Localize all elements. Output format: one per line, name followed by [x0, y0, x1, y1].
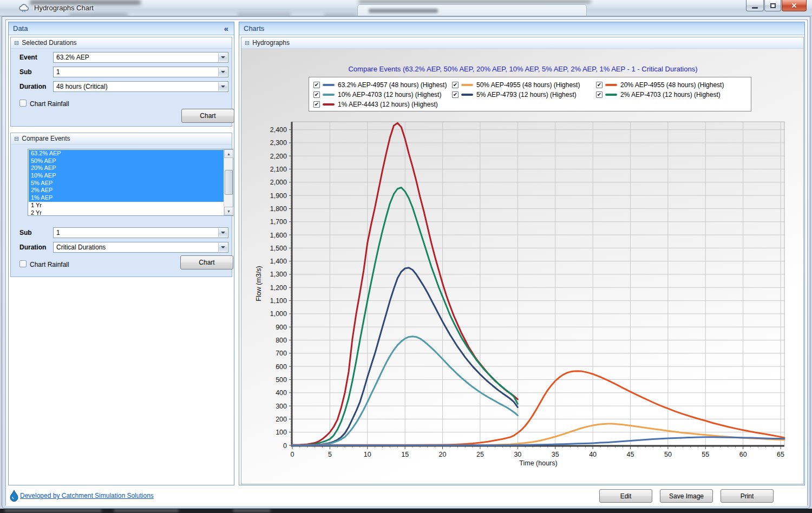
svg-text:15: 15 [401, 451, 409, 458]
event-combobox[interactable]: 63.2% AEP [53, 52, 228, 63]
svg-text:35: 35 [552, 451, 559, 458]
charts-panel: Charts ⊟Hydrographs 01002003004005006007… [239, 22, 805, 485]
credit-link[interactable]: Developed by Catchment Simulation Soluti… [20, 492, 154, 499]
legend-checkbox[interactable]: ✔ [313, 91, 320, 98]
close-icon: ✕ [791, 2, 797, 10]
event-list-item[interactable]: 1 Yr [29, 202, 224, 209]
save-image-button[interactable]: Save Image [660, 489, 713, 503]
svg-text:1,300: 1,300 [270, 271, 287, 278]
svg-text:2,200: 2,200 [270, 153, 287, 160]
scroll-down-icon: ▼ [227, 209, 231, 213]
legend-color-swatch [461, 94, 473, 96]
legend-item[interactable]: ✔2% AEP-4703 (12 hours) (Highest) [596, 90, 746, 99]
chevron-down-icon[interactable] [218, 82, 227, 91]
compare-duration-combobox[interactable]: Critical Durations [53, 242, 228, 253]
event-list-item[interactable]: 50% AEP [29, 157, 224, 165]
svg-text:65: 65 [777, 451, 784, 458]
chevron-down-icon[interactable] [218, 243, 227, 252]
legend-color-swatch [605, 94, 617, 96]
scroll-down-button[interactable]: ▼ [224, 207, 233, 215]
chart-rainfall-checkbox[interactable] [19, 100, 27, 107]
compare-duration-label: Duration [19, 244, 46, 251]
svg-text:Flow (m3/s): Flow (m3/s) [255, 266, 263, 301]
svg-text:1,200: 1,200 [270, 284, 287, 292]
footer-buttons: Edit Save Image Print [599, 489, 774, 503]
listbox-scrollbar[interactable]: ▲ ▼ [224, 149, 233, 215]
compare-sub-combobox[interactable]: 1 [53, 227, 228, 238]
charts-panel-body: ⊟Hydrographs 010020030040050060070080090… [239, 35, 804, 485]
legend-label: 2% AEP-4703 (12 hours) (Highest) [620, 91, 721, 98]
legend-checkbox[interactable]: ✔ [452, 91, 459, 98]
legend-checkbox[interactable]: ✔ [452, 82, 459, 88]
svg-text:60: 60 [739, 451, 747, 458]
legend-item[interactable]: ✔10% AEP-4703 (12 hours) (Highest) [313, 90, 452, 99]
collapse-group-icon: ⊟ [14, 40, 19, 46]
print-button[interactable]: Print [721, 489, 774, 503]
compare-chart-rainfall-checkbox[interactable] [19, 260, 27, 267]
sub-combobox[interactable]: 1 [53, 67, 228, 77]
minimize-button[interactable] [746, 0, 764, 11]
chevron-down-icon[interactable] [218, 53, 227, 62]
save-image-button-label: Save Image [669, 492, 704, 500]
event-list-item[interactable]: 10% AEP [29, 172, 224, 180]
compare-chart-button-label: Chart [199, 259, 214, 266]
hydrographs-header[interactable]: ⊟Hydrographs [241, 37, 803, 49]
legend-color-swatch [323, 103, 335, 106]
close-button[interactable]: ✕ [782, 0, 807, 11]
collapse-group-icon: ⊟ [14, 135, 19, 142]
charts-panel-header: Charts [239, 22, 804, 35]
compare-chart-button[interactable]: Chart [180, 255, 233, 269]
print-button-label: Print [741, 492, 754, 500]
svg-text:2,000: 2,000 [270, 179, 287, 186]
event-list-item[interactable]: 63.2% AEP [29, 150, 224, 157]
window-titlebar: Hydrographs Chart ✕ [0, 0, 812, 16]
legend-item[interactable]: ✔20% AEP-4955 (48 hours) (Highest) [596, 80, 746, 89]
chevron-down-icon[interactable] [218, 228, 227, 237]
duration-combobox[interactable]: 48 hours (Critical) [53, 81, 228, 92]
event-list-item[interactable]: 2 Yr [29, 209, 224, 215]
event-list-item[interactable]: 1% AEP [29, 194, 224, 202]
edit-button-label: Edit [620, 492, 632, 500]
legend-item[interactable]: ✔50% AEP-4955 (48 hours) (Highest) [452, 80, 596, 89]
data-panel: Data « ⊟Selected Durations Event 63.2% A… [8, 22, 234, 485]
chart-button-label: Chart [200, 112, 215, 120]
event-list-item[interactable]: 20% AEP [29, 165, 224, 172]
legend-checkbox[interactable]: ✔ [596, 82, 603, 88]
restore-button[interactable] [764, 0, 781, 11]
legend-label: 10% AEP-4703 (12 hours) (Highest) [338, 91, 441, 98]
background-window [357, 4, 587, 16]
selected-durations-header[interactable]: ⊟Selected Durations [11, 37, 232, 49]
compare-sub-value: 1 [56, 229, 60, 236]
event-list-item[interactable]: 2% AEP [29, 187, 224, 194]
legend-item[interactable]: ✔63.2% AEP-4957 (48 hours) (Highest) [313, 80, 452, 89]
compare-events-header[interactable]: ⊟Compare Events [11, 133, 232, 144]
background-desktop-strip [0, 509, 812, 513]
svg-text:1,500: 1,500 [270, 245, 287, 252]
water-drop-icon [10, 490, 18, 504]
legend-checkbox[interactable]: ✔ [596, 91, 603, 98]
data-panel-title: Data [13, 24, 28, 32]
collapse-panel-icon[interactable]: « [224, 22, 228, 35]
svg-text:1,600: 1,600 [270, 232, 287, 239]
scroll-up-button[interactable]: ▲ [224, 149, 233, 158]
event-list-item[interactable]: 5% AEP [29, 180, 224, 187]
sub-value: 1 [56, 68, 60, 76]
legend-color-swatch [323, 94, 335, 96]
legend-color-swatch [605, 84, 617, 86]
legend-label: 5% AEP-4793 (12 hours) (Highest) [476, 91, 577, 98]
legend-checkbox[interactable]: ✔ [313, 101, 320, 108]
scrollbar-thumb[interactable] [225, 170, 233, 195]
edit-button[interactable]: Edit [599, 489, 652, 503]
chevron-down-icon[interactable] [218, 68, 227, 76]
svg-text:55: 55 [702, 451, 709, 458]
legend-item[interactable]: ✔1% AEP-4443 (12 hours) (Highest) [313, 100, 452, 109]
svg-text:20: 20 [439, 451, 447, 458]
legend-label: 1% AEP-4443 (12 hours) (Highest) [338, 101, 438, 108]
compare-events-listbox[interactable]: 63.2% AEP50% AEP20% AEP10% AEP5% AEP2% A… [28, 149, 233, 216]
legend-checkbox[interactable]: ✔ [313, 82, 320, 88]
hydrographs-chart-area: 01002003004005006007008009001,0001,1001,… [241, 49, 803, 484]
screen: Hydrographs Chart ✕ Data « ⊟Selected Dur… [0, 0, 812, 513]
legend-item[interactable]: ✔5% AEP-4793 (12 hours) (Highest) [452, 90, 596, 99]
chart-button[interactable]: Chart [181, 109, 234, 123]
charts-panel-title: Charts [244, 24, 264, 32]
